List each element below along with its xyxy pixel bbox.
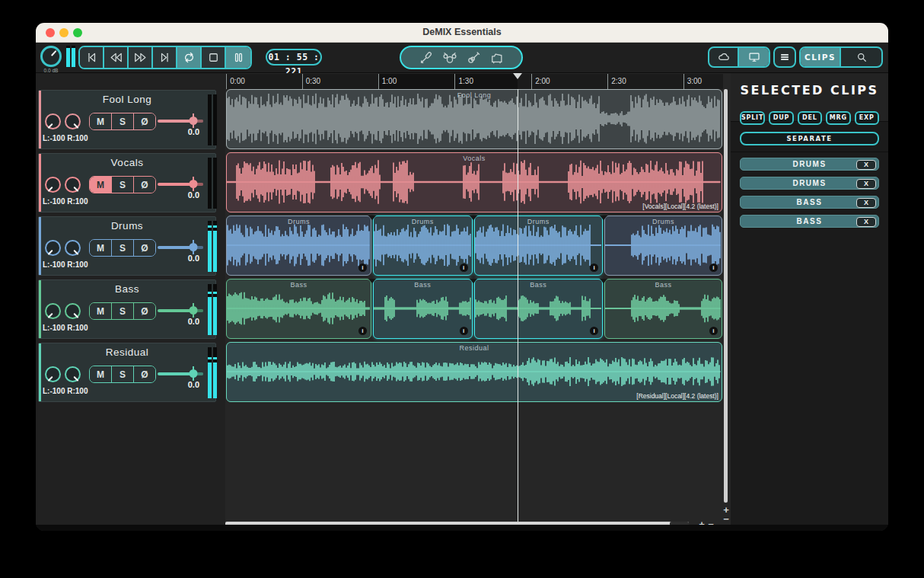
pan-left-knob[interactable] xyxy=(45,113,61,129)
audio-clip[interactable]: Drumsi xyxy=(226,216,371,276)
remove-clip-button[interactable]: X xyxy=(856,179,876,189)
mute-button[interactable]: M xyxy=(90,366,111,382)
audio-clip[interactable]: Vocals[Vocals][Local][4.2 (latest)] xyxy=(226,152,722,212)
clip-boundary-handle[interactable] xyxy=(470,279,477,283)
remove-clip-button[interactable]: X xyxy=(856,160,876,170)
clip-info-badge[interactable]: i xyxy=(460,327,468,335)
selected-clip-item[interactable]: DRUMSX xyxy=(740,158,879,171)
search-button[interactable] xyxy=(841,48,881,66)
playhead-marker[interactable] xyxy=(513,73,522,79)
pan-right-knob[interactable] xyxy=(65,240,81,256)
clip-info-badge[interactable]: i xyxy=(709,263,718,272)
clip-boundary-handle[interactable] xyxy=(368,279,376,283)
menu-button[interactable] xyxy=(775,48,795,66)
mrg-button[interactable]: MRG xyxy=(826,111,850,125)
clips-button[interactable]: CLIPS xyxy=(801,48,841,66)
selected-audio-clip[interactable]: Bassi xyxy=(373,279,473,339)
audio-clip[interactable]: Drumsi xyxy=(604,216,722,276)
selected-clip-item[interactable]: DRUMSX xyxy=(740,177,879,190)
split-button[interactable]: SPLIT xyxy=(740,111,765,125)
clip-boundary-handle[interactable] xyxy=(600,279,607,283)
pan-right-knob[interactable] xyxy=(65,366,81,382)
source-selector-button[interactable] xyxy=(400,46,523,69)
clip-info-badge[interactable]: i xyxy=(590,263,598,272)
pan-left-knob[interactable] xyxy=(45,303,61,319)
mute-button[interactable]: M xyxy=(90,303,111,319)
selected-clip-item[interactable]: BASSX xyxy=(740,196,879,209)
clip-info-badge[interactable]: i xyxy=(709,327,718,335)
audio-clip[interactable]: Bassi xyxy=(604,279,722,339)
clip-info-badge[interactable]: i xyxy=(460,263,468,272)
mute-button[interactable]: M xyxy=(90,177,111,193)
remove-clip-button[interactable]: X xyxy=(856,198,876,208)
knob-pointer xyxy=(47,123,53,129)
volume-slider[interactable] xyxy=(158,183,203,186)
master-gain-knob[interactable] xyxy=(40,46,62,67)
audio-clip[interactable]: Fool Long xyxy=(226,89,722,149)
solo-button[interactable]: S xyxy=(111,177,133,193)
phase-button[interactable]: Ø xyxy=(133,240,155,256)
loop-selection-band xyxy=(378,74,518,89)
volume-slider-thumb[interactable] xyxy=(190,306,198,315)
pan-right-knob[interactable] xyxy=(65,303,81,319)
dup-button[interactable]: DUP xyxy=(769,111,793,125)
pan-left-knob[interactable] xyxy=(45,177,61,193)
selected-clip-item[interactable]: BASSX xyxy=(740,215,879,228)
separate-button[interactable]: SEPARATE xyxy=(740,132,879,145)
selected-audio-clip[interactable]: Drumsi xyxy=(373,216,473,276)
phase-button[interactable]: Ø xyxy=(133,177,155,193)
clip-info-badge[interactable]: i xyxy=(590,327,598,335)
level-meter-right xyxy=(213,347,217,398)
pan-left-knob[interactable] xyxy=(45,366,61,382)
phase-button[interactable]: Ø xyxy=(133,366,155,382)
phase-button[interactable]: Ø xyxy=(133,113,155,129)
clip-boundary-handle[interactable] xyxy=(368,216,376,220)
clip-boundary-handle[interactable] xyxy=(470,216,477,220)
pan-right-knob[interactable] xyxy=(65,113,81,129)
solo-button[interactable]: S xyxy=(111,240,133,256)
pause-button[interactable] xyxy=(226,47,250,68)
mute-button[interactable]: M xyxy=(90,113,111,129)
audio-clip[interactable]: Residual[Residual][Local][4.2 (latest)] xyxy=(226,342,722,402)
exp-button[interactable]: EXP xyxy=(855,111,879,125)
remove-clip-button[interactable]: X xyxy=(856,217,876,227)
pan-left-knob[interactable] xyxy=(45,240,61,256)
volume-slider[interactable] xyxy=(158,309,203,312)
v-zoom-out-button[interactable]: − xyxy=(722,515,731,524)
display-button[interactable] xyxy=(739,48,769,66)
pan-range-label: L:-100 R:100 xyxy=(43,260,88,269)
timeline-ruler[interactable]: 0:000:301:001:302:002:303:00 xyxy=(225,74,723,89)
audio-clip[interactable]: Bassi xyxy=(226,279,371,339)
guitar-icon xyxy=(466,50,481,65)
clip-boundary-handle[interactable] xyxy=(600,216,607,220)
selected-audio-clip[interactable]: Bassi xyxy=(474,279,603,339)
solo-button[interactable]: S xyxy=(111,366,133,382)
fast-forward-button[interactable] xyxy=(129,47,153,68)
pan-right-knob[interactable] xyxy=(65,177,81,193)
phase-button[interactable]: Ø xyxy=(133,303,155,319)
volume-slider[interactable] xyxy=(158,246,203,249)
stop-button[interactable] xyxy=(202,47,226,68)
volume-slider-thumb[interactable] xyxy=(190,180,198,188)
skip-to-end-button[interactable] xyxy=(153,47,177,68)
ruler-tick: 1:00 xyxy=(378,74,397,89)
del-button[interactable]: DEL xyxy=(798,111,822,125)
clip-info-badge[interactable]: i xyxy=(358,263,367,272)
volume-slider[interactable] xyxy=(158,120,203,123)
rewind-button[interactable] xyxy=(104,47,129,68)
solo-button[interactable]: S xyxy=(111,113,133,129)
clip-info-badge[interactable]: i xyxy=(358,327,367,335)
volume-slider[interactable] xyxy=(158,372,203,375)
volume-slider-thumb[interactable] xyxy=(190,369,198,378)
cloud-button[interactable] xyxy=(709,48,739,66)
mute-button[interactable]: M xyxy=(90,240,111,256)
vertical-scrollbar[interactable] xyxy=(724,89,728,503)
ruler-tick: 0:30 xyxy=(302,74,320,89)
selected-clips-panel: SELECTED CLIPS SPLITDUPDELMRGEXP SEPARAT… xyxy=(731,73,888,525)
skip-to-start-button[interactable] xyxy=(80,47,104,68)
selected-audio-clip[interactable]: Drumsi xyxy=(474,216,603,276)
loop-button[interactable] xyxy=(177,47,202,68)
solo-button[interactable]: S xyxy=(111,303,133,319)
volume-slider-thumb[interactable] xyxy=(190,243,198,251)
volume-slider-thumb[interactable] xyxy=(190,117,198,125)
